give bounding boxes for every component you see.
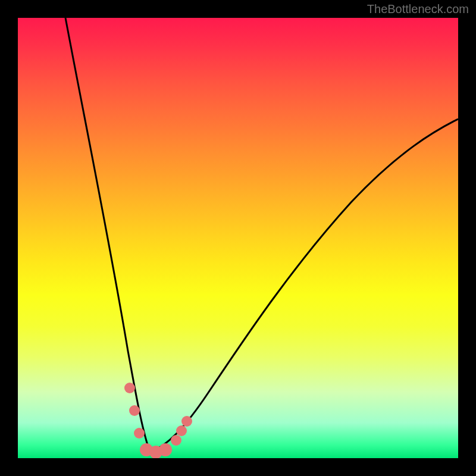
- watermark-text: TheBottleneck.com: [367, 2, 469, 16]
- chart-plot-area: [18, 18, 458, 458]
- data-marker: [124, 383, 135, 393]
- data-marker: [134, 428, 145, 439]
- data-marker: [176, 425, 187, 436]
- data-marker: [129, 405, 140, 416]
- curve-right-branch: [150, 119, 458, 452]
- curve-svg: [18, 18, 458, 458]
- data-marker: [159, 443, 172, 456]
- data-marker: [181, 416, 192, 427]
- data-marker: [171, 435, 181, 446]
- curve-left-branch: [65, 18, 150, 452]
